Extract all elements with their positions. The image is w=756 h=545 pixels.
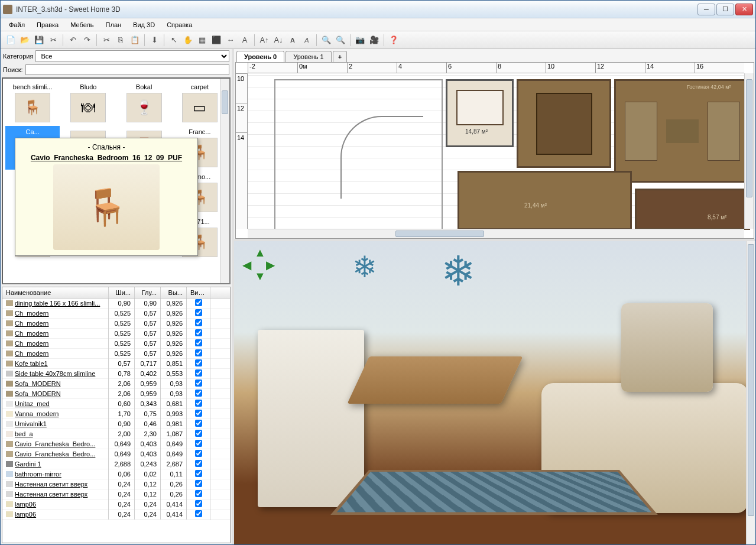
sofa-shape[interactable] — [625, 102, 657, 161]
room-icon[interactable]: ⬛ — [210, 34, 223, 47]
visible-checkbox[interactable] — [195, 329, 202, 336]
visible-checkbox[interactable] — [195, 450, 202, 457]
scroll-thumb[interactable] — [746, 79, 752, 197]
visible-checkbox[interactable] — [195, 510, 202, 517]
save-icon[interactable]: 💾 — [33, 34, 46, 47]
visible-checkbox[interactable] — [195, 460, 202, 467]
visible-checkbox[interactable] — [195, 470, 202, 477]
visible-checkbox[interactable] — [195, 440, 202, 447]
visible-checkbox[interactable] — [195, 369, 202, 377]
text-icon[interactable]: A — [238, 34, 251, 47]
category-select[interactable]: Все — [35, 50, 229, 62]
header-height[interactable]: Вы... — [161, 287, 187, 298]
scroll-thumb[interactable] — [395, 231, 484, 237]
visible-checkbox[interactable] — [195, 390, 202, 397]
room-bedroom[interactable]: 21,44 м² — [458, 171, 632, 230]
tab-add[interactable]: + — [333, 51, 347, 62]
outline-shape[interactable] — [274, 79, 443, 233]
menu-file[interactable]: Файл — [3, 20, 31, 30]
search-input[interactable] — [25, 64, 229, 75]
view3d-scrollbar[interactable] — [746, 241, 755, 544]
copy-icon[interactable]: ⎘ — [114, 34, 127, 47]
pan-icon[interactable]: ✋ — [181, 34, 194, 47]
visible-checkbox[interactable] — [195, 299, 202, 306]
header-depth[interactable]: Глу... — [135, 287, 161, 298]
room-1[interactable]: 14,87 м² — [446, 79, 514, 147]
scroll-thumb[interactable] — [748, 244, 754, 516]
text-bold-icon[interactable]: A — [286, 34, 299, 47]
plan-scrollbar-h[interactable] — [248, 229, 744, 238]
tab-level1[interactable]: Уровень 1 — [285, 51, 332, 62]
header-visible[interactable]: Види... — [187, 287, 210, 298]
menu-view3d[interactable]: Вид 3D — [127, 20, 161, 30]
text-italic-icon[interactable]: A — [300, 34, 313, 47]
visible-checkbox[interactable] — [195, 339, 202, 346]
cell-width: 0,649 — [109, 439, 135, 449]
minimize-button[interactable]: ─ — [697, 4, 715, 15]
catalog-item[interactable]: Bludo🍽 — [61, 81, 115, 125]
visible-checkbox[interactable] — [195, 410, 202, 417]
room-living[interactable]: Гостиная 42,04 м² — [614, 79, 750, 183]
header-width[interactable]: Ши... — [109, 287, 135, 298]
visible-checkbox[interactable] — [195, 490, 202, 497]
scroll-thumb[interactable] — [222, 90, 228, 114]
plan-scrollbar-v[interactable] — [744, 73, 754, 229]
catalog-item[interactable]: carpet▭ — [173, 81, 227, 125]
visible-checkbox[interactable] — [195, 379, 202, 387]
add-furniture-icon[interactable]: ⬇ — [148, 34, 161, 47]
catalog-item[interactable]: Bokal🍷 — [117, 81, 171, 125]
photo-icon[interactable]: 📷 — [353, 34, 366, 47]
header-name[interactable]: Наименование — [2, 287, 109, 298]
catalog-item[interactable]: bench slimli...🪑 — [5, 81, 60, 125]
visible-checkbox[interactable] — [195, 309, 202, 316]
close-button[interactable]: ✕ — [735, 4, 753, 15]
visible-checkbox[interactable] — [195, 349, 202, 356]
nav-right-icon[interactable]: ▶ — [266, 258, 278, 270]
view-3d[interactable]: ▲ ▼ ◀ ▶ ❄ ❄ — [234, 241, 755, 544]
menu-furniture[interactable]: Мебель — [64, 20, 99, 30]
undo-icon[interactable]: ↶ — [66, 34, 79, 47]
menu-edit[interactable]: Правка — [31, 20, 64, 30]
cut-icon[interactable]: ✂ — [100, 34, 113, 47]
new-icon[interactable]: 📄 — [4, 34, 17, 47]
paste-icon[interactable]: 📋 — [128, 34, 141, 47]
video-icon[interactable]: 🎥 — [368, 34, 381, 47]
room-bath[interactable]: 8,57 м² — [635, 189, 750, 230]
dining-table-shape[interactable] — [536, 93, 592, 155]
room-dining[interactable] — [517, 79, 611, 168]
open-icon[interactable]: 📂 — [18, 34, 31, 47]
visible-checkbox[interactable] — [195, 480, 202, 487]
visible-checkbox[interactable] — [195, 420, 202, 427]
maximize-button[interactable]: ☐ — [716, 4, 734, 15]
redo-icon[interactable]: ↷ — [80, 34, 93, 47]
text-smaller-icon[interactable]: A↓ — [272, 34, 285, 47]
menu-help[interactable]: Справка — [161, 20, 198, 30]
nav-up-icon[interactable]: ▲ — [254, 246, 266, 258]
cell-name: Настенная светит вверх — [2, 489, 109, 499]
zoom-out-icon[interactable]: 🔍 — [334, 34, 347, 47]
menu-plan[interactable]: План — [100, 20, 128, 30]
table-row[interactable]: lamp06 0,24 0,24 0,414 — [2, 510, 230, 520]
visible-checkbox[interactable] — [195, 400, 202, 407]
select-icon[interactable]: ↖ — [167, 34, 180, 47]
tab-level0[interactable]: Уровень 0 — [236, 51, 284, 62]
plan-canvas[interactable]: 14,87 м² Гостиная 42,04 м² — [248, 73, 744, 229]
visible-checkbox[interactable] — [195, 500, 202, 507]
text-bigger-icon[interactable]: A↑ — [258, 34, 271, 47]
help-icon[interactable]: ❓ — [387, 34, 400, 47]
nav-left-icon[interactable]: ◀ — [242, 258, 254, 270]
furniture-shape[interactable] — [456, 90, 504, 125]
preferences-icon[interactable]: ✂ — [47, 34, 60, 47]
nav-down-icon[interactable]: ▼ — [254, 270, 266, 281]
wall-icon[interactable]: ▦ — [196, 34, 209, 47]
zoom-in-icon[interactable]: 🔍 — [320, 34, 333, 47]
visible-checkbox[interactable] — [195, 430, 202, 437]
cell-width: 0,78 — [109, 368, 135, 379]
plan-view[interactable]: -20м246810121416 101214 14,87 м² Гостина… — [235, 62, 754, 239]
dimension-icon[interactable]: ↔ — [224, 34, 237, 47]
visible-checkbox[interactable] — [195, 359, 202, 366]
table-shape[interactable] — [666, 119, 699, 143]
visible-checkbox[interactable] — [195, 319, 202, 326]
sofa-shape[interactable] — [708, 102, 740, 161]
catalog-scrollbar[interactable] — [220, 79, 229, 283]
